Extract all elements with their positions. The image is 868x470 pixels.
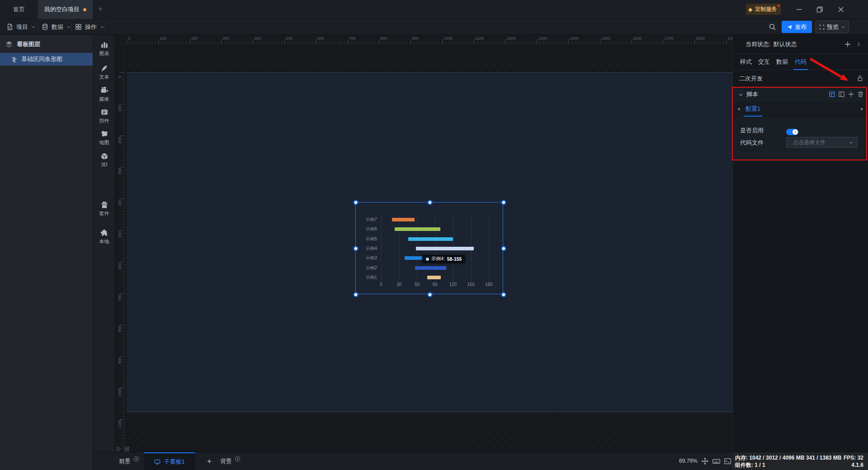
delete-config-icon[interactable] — [857, 91, 864, 98]
code-file-placeholder: 点击选择文件 — [793, 139, 826, 146]
project-tab-2[interactable]: 我的空白项目 — [38, 0, 93, 19]
custom-service-label: 定制服务 — [755, 5, 777, 13]
panel-collapse-icon[interactable] — [124, 446, 130, 451]
collapse-chevron-icon[interactable] — [738, 92, 743, 97]
ruler-tick — [474, 39, 474, 44]
panel-toggle-icon[interactable] — [116, 446, 122, 451]
menu-item-1[interactable]: 项目 — [6, 19, 36, 35]
ruler-number: 200 — [118, 133, 122, 147]
menu-bar: 项目数据操作 发布 预览 — [0, 19, 868, 35]
selection-handle[interactable] — [354, 292, 358, 297]
selection-handle[interactable] — [428, 200, 432, 205]
enable-label: 是否启用 — [740, 127, 764, 135]
add-config-icon[interactable] — [848, 91, 854, 98]
zoom-percentage[interactable]: 69.79% — [679, 458, 698, 464]
property-tab-样式[interactable]: 样式 — [740, 54, 752, 70]
chevron-down-icon — [841, 25, 845, 29]
state-expand-chevron[interactable] — [856, 42, 861, 47]
config-tab-strip: 配置1 — [734, 102, 868, 118]
circle-plus-icon[interactable] — [133, 456, 139, 462]
config-prev-arrow[interactable] — [736, 107, 742, 112]
keyboard-icon[interactable] — [712, 457, 721, 465]
selection-handle[interactable] — [501, 246, 506, 251]
ruler-number: 1200 — [506, 36, 515, 41]
ruler-tick — [410, 39, 411, 44]
selection-handle[interactable] — [354, 200, 358, 205]
ruler-number: 500 — [118, 228, 122, 241]
ruler-tick — [568, 39, 569, 44]
ruler-tick — [600, 39, 600, 44]
tool-rail-item-媒体[interactable]: 媒体 — [93, 86, 115, 103]
chart-gridline — [489, 214, 489, 282]
layer-item[interactable]: 基础区间条形图 — [0, 53, 93, 66]
menu-item-3[interactable]: 操作 — [75, 19, 104, 35]
tool-rail-item-文本[interactable]: 文本 — [93, 64, 115, 80]
ruler-number: 200 — [191, 36, 198, 41]
property-tab-数据[interactable]: 数据 — [776, 54, 788, 70]
background-tab[interactable]: 背景 — [220, 452, 241, 470]
menu-item-2[interactable]: 数据 — [42, 19, 71, 35]
chart-component[interactable]: 0306090120150180示例7示例6示例5示例4示例3示例2示例1 示例… — [355, 202, 503, 294]
property-tab-交互[interactable]: 交互 — [758, 54, 770, 70]
secondary-dev-section-header[interactable]: 二次开发 — [733, 70, 868, 87]
diamond-icon: ◆ — [748, 6, 752, 13]
ruler-number: 1400 — [570, 36, 579, 41]
add-subboard-button[interactable]: + — [204, 456, 214, 466]
tool-rail-item-地图[interactable]: 地图 — [93, 130, 115, 146]
code-file-select[interactable]: 点击选择文件 — [786, 137, 858, 148]
config-next-arrow[interactable] — [859, 107, 865, 112]
layers-panel-header: 看板图层 — [0, 35, 93, 53]
config-tab[interactable]: 配置1 — [745, 105, 760, 113]
lock-icon[interactable] — [857, 75, 863, 82]
tool-rail-item-本地[interactable]: 本地 — [93, 229, 115, 245]
ruler-number: 400 — [118, 196, 122, 210]
enable-toggle[interactable] — [786, 129, 798, 135]
selection-handle[interactable] — [501, 200, 506, 205]
minimize-button[interactable] — [795, 5, 803, 14]
preview-button[interactable]: 预览 — [816, 21, 849, 33]
selection-handle[interactable] — [428, 292, 432, 297]
ruler-number: 1300 — [538, 36, 547, 41]
canvas-corner-tools[interactable] — [116, 446, 130, 451]
custom-service-badge[interactable]: ◆ 定制服务 — [746, 4, 781, 15]
foreground-tab[interactable]: 前景 — [119, 452, 139, 470]
components-label: 组件数: — [735, 462, 753, 468]
selection-handle[interactable] — [501, 292, 506, 297]
selection-handle[interactable] — [354, 246, 358, 251]
tool-rail-item-图表[interactable]: 图表 — [93, 41, 115, 57]
tool-rail-item-3D[interactable]: 3D — [93, 152, 115, 167]
unsaved-dot — [83, 8, 86, 11]
current-state-value: 默认状态 — [774, 40, 797, 48]
horizontal-ruler: 0100200300400500600700800900100011001200… — [115, 35, 732, 44]
canvas-viewport[interactable]: 0306090120150180示例7示例6示例5示例4示例3示例2示例1 示例… — [125, 44, 732, 452]
property-tab-代码[interactable]: 代码 — [795, 54, 807, 70]
restore-window-button[interactable] — [816, 5, 824, 14]
console-icon[interactable] — [724, 457, 731, 465]
tool-rail-item-控件[interactable]: 控件 — [93, 108, 115, 124]
foreground-label: 前景 — [119, 457, 131, 465]
tool-rail-item-套件[interactable]: 套件 — [93, 201, 115, 217]
y-axis-category-label: 示例3 — [357, 255, 377, 261]
add-state-button[interactable] — [844, 41, 851, 48]
ruler-tick — [316, 39, 316, 44]
menu-item-label: 数据 — [52, 23, 63, 31]
tool-rail-label: 媒体 — [99, 96, 109, 103]
close-button[interactable] — [837, 5, 845, 14]
x-axis-tick-label: 30 — [392, 282, 406, 287]
script-panel-header[interactable]: 脚本 — [734, 88, 868, 101]
circle-plus-icon[interactable] — [235, 456, 241, 462]
fit-view-icon[interactable] — [701, 457, 709, 465]
ruler-number: 100 — [160, 36, 166, 41]
publish-button[interactable]: 发布 — [782, 21, 812, 33]
title-bar: 首页我的空白项目 + ◆ 定制服务 — [0, 0, 868, 19]
split-view-icon[interactable] — [838, 91, 845, 98]
new-project-tab-button[interactable]: + — [96, 5, 105, 14]
project-tab-1[interactable]: 首页 — [0, 0, 38, 19]
bottom-bar: 前景 子看板1 + 背景 69.79% 内存: 1042 / 3012 / 40… — [93, 452, 868, 470]
subboard-tab[interactable]: 子看板1 — [144, 452, 195, 470]
canvas[interactable]: 0100200300400500600700800900100011001200… — [115, 35, 732, 452]
ruler-tick — [442, 39, 443, 44]
ruler-number: 0 — [118, 70, 122, 84]
table-view-icon[interactable] — [829, 91, 835, 98]
search-icon[interactable] — [769, 23, 776, 31]
